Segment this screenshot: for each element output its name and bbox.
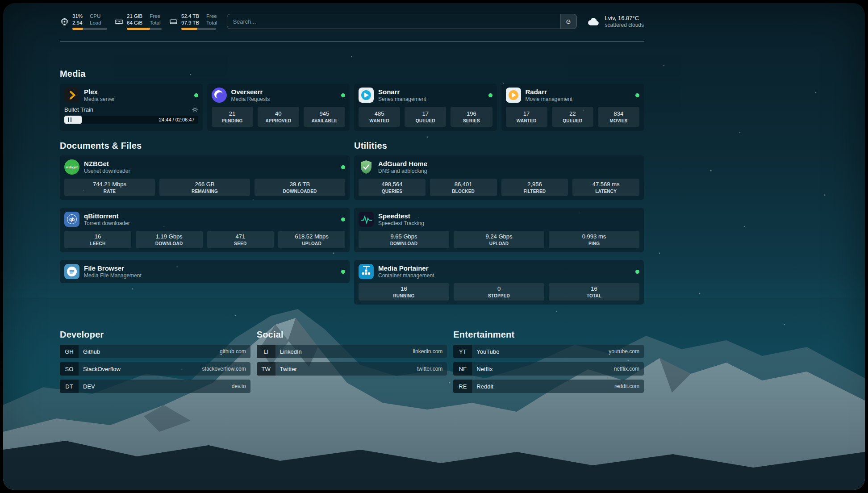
service-description: Series management xyxy=(378,96,426,103)
stat-value: 17 xyxy=(405,110,445,117)
memory-total-value: 64 GiB xyxy=(127,20,142,26)
service-description: Media File Management xyxy=(84,272,142,279)
weather-condition: scattered clouds xyxy=(605,22,644,29)
bookmark-twitter[interactable]: TW Twitter twitter.com xyxy=(257,362,447,376)
bookmark-linkedin[interactable]: LI LinkedIn linkedin.com xyxy=(257,345,447,358)
stat-value: 47.569 ms xyxy=(573,181,638,188)
dashboard: 31% 2.94 CPU Load xyxy=(3,3,865,490)
card-speedtest[interactable]: Speedtest Speedtest Tracking 9.65 Gbps D… xyxy=(354,208,644,252)
stat-value: 471 xyxy=(208,233,273,240)
bookmark-group-developer: Developer GH Github github.com SO StackO… xyxy=(60,330,250,393)
gear-icon[interactable] xyxy=(192,106,198,113)
service-description: Media server xyxy=(84,96,115,103)
bookmark-abbr: TW xyxy=(257,362,275,376)
bookmark-name: Netflix xyxy=(476,366,492,372)
stat-label: BLOCKED xyxy=(431,189,496,194)
stat-label: AVAILABLE xyxy=(305,118,344,123)
stat-wanted: 17 WANTED xyxy=(506,107,547,127)
stat-value: 266 GB xyxy=(160,181,249,188)
stat-label: QUERIES xyxy=(359,189,425,194)
card-plex[interactable]: Plex Media server Bullet Train xyxy=(60,84,203,131)
memory-icon xyxy=(114,17,124,26)
stat-ping: 0.993 ms PING xyxy=(549,231,639,248)
service-name: AdGuard Home xyxy=(378,160,427,168)
stat-value: 744.21 Mbps xyxy=(65,181,154,188)
disk-total-label: Total xyxy=(206,20,217,26)
stat-label: WANTED xyxy=(359,118,399,123)
bookmark-youtube[interactable]: YT YouTube youtube.com xyxy=(453,345,644,358)
player-time: 24:44 / 02:06:47 xyxy=(159,117,195,123)
player-progress-fill xyxy=(64,116,82,124)
stat-label: PENDING xyxy=(213,118,252,123)
pause-icon[interactable] xyxy=(68,117,71,122)
cpu-load-label: Load xyxy=(90,20,101,26)
card-radarr[interactable]: Radarr Movie management 17 WANTED 22 QUE… xyxy=(501,84,644,131)
stat-available: 945 AVAILABLE xyxy=(304,107,345,127)
stat-label: QUEUED xyxy=(553,118,593,123)
search-provider-button[interactable]: G xyxy=(560,14,576,29)
entertainment-section-title: Entertainment xyxy=(453,330,644,340)
stat-wanted: 485 WANTED xyxy=(359,107,400,127)
stat-value: 16 xyxy=(65,233,130,240)
stat-label: SERIES xyxy=(451,118,491,123)
stat-value: 21 xyxy=(213,110,252,117)
qbittorrent-icon-text: qb xyxy=(67,214,77,224)
card-qbittorrent[interactable]: qb qBittorrent Torrent downloader 16 xyxy=(60,208,350,252)
bookmark-netflix[interactable]: NF Netflix netflix.com xyxy=(453,362,644,376)
service-description: Torrent downloader xyxy=(84,220,130,227)
bookmark-github[interactable]: GH Github github.com xyxy=(60,345,250,358)
stat-label: REMAINING xyxy=(160,189,249,194)
stat-label: DOWNLOAD xyxy=(137,241,202,246)
stat-value: 9.24 Gbps xyxy=(455,233,543,240)
memory-progress-bar xyxy=(127,28,162,30)
plex-icon xyxy=(64,88,79,103)
bookmark-name: Reddit xyxy=(476,383,493,390)
stat-filtered: 2,956 FILTERED xyxy=(501,179,568,196)
card-sonarr[interactable]: Sonarr Series management 485 WANTED 17 Q… xyxy=(354,84,497,131)
status-dot xyxy=(635,93,639,97)
card-nzbget[interactable]: nzbget NZBGet Usenet downloader 744.21 M… xyxy=(60,155,350,200)
stat-seed: 471 SEED xyxy=(207,231,274,248)
stat-total: 16 TOTAL xyxy=(549,283,639,301)
section-media: Media Plex Media server xyxy=(60,69,644,131)
bookmark-dev[interactable]: DT DEV dev.to xyxy=(60,380,250,393)
top-bar: 31% 2.94 CPU Load xyxy=(60,13,644,30)
utilities-section-title: Utilities xyxy=(354,141,644,151)
cpu-icon xyxy=(60,17,69,26)
stat-downloaded: 39.6 TB DOWNLOADED xyxy=(255,179,345,196)
service-name: Radarr xyxy=(526,88,572,96)
service-name: Media Portainer xyxy=(378,264,434,272)
weather-widget: Lviv, 16.87°C scattered clouds xyxy=(587,14,644,29)
service-name: qBittorrent xyxy=(84,212,130,220)
stat-value: 17 xyxy=(507,110,547,117)
stat-latency: 47.569 ms LATENCY xyxy=(572,179,639,196)
bookmark-stackoverflow[interactable]: SO StackOverflow stackoverflow.com xyxy=(60,362,250,376)
service-name: NZBGet xyxy=(84,160,130,168)
stat-queued: 22 QUEUED xyxy=(552,107,593,127)
bookmark-name: YouTube xyxy=(476,348,499,355)
card-portainer[interactable]: Media Portainer Container management 16 … xyxy=(354,260,644,305)
stat-pending: 21 PENDING xyxy=(212,107,253,127)
stat-label: QUEUED xyxy=(405,118,445,123)
stat-label: MOVIES xyxy=(599,118,638,123)
cpu-load-value: 2.94 xyxy=(72,20,83,26)
stat-queued: 17 QUEUED xyxy=(405,107,446,127)
card-overseerr[interactable]: Overseerr Media Requests 21 PENDING 40 A… xyxy=(207,84,350,131)
bookmark-abbr: SO xyxy=(60,362,79,376)
bookmark-reddit[interactable]: RE Reddit reddit.com xyxy=(453,380,644,393)
cpu-widget: 31% 2.94 CPU Load xyxy=(60,13,107,30)
card-filebrowser[interactable]: File Browser Media File Management xyxy=(60,260,350,283)
section-documents: Documents & Files nzbget NZBGet Usenet d… xyxy=(60,141,350,305)
card-adguard[interactable]: AdGuard Home DNS and adblocking 498,564 … xyxy=(354,155,644,200)
adguard-icon xyxy=(359,159,374,175)
bookmark-group-social: Social LI LinkedIn linkedin.com TW Twitt… xyxy=(257,330,447,393)
player-progress-bar[interactable]: 24:44 / 02:06:47 xyxy=(64,116,198,124)
stat-label: RATE xyxy=(65,189,154,194)
service-name: Overseerr xyxy=(231,88,270,96)
portainer-icon xyxy=(359,264,374,279)
now-playing-title: Bullet Train xyxy=(64,106,93,113)
stat-value: 39.6 TB xyxy=(255,181,344,188)
stat-movies: 834 MOVIES xyxy=(598,107,639,127)
stat-upload: 9.24 Gbps UPLOAD xyxy=(454,231,544,248)
search-input[interactable] xyxy=(227,18,560,25)
